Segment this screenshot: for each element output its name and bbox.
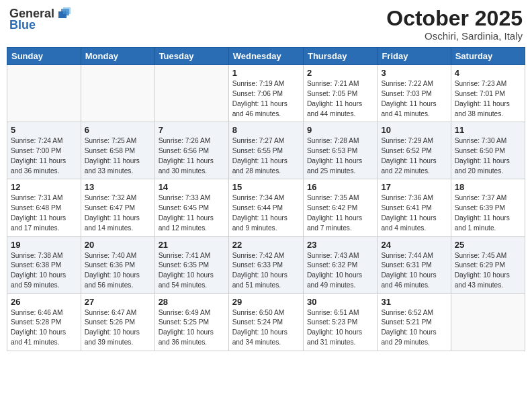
calendar-cell: 1Sunrise: 7:19 AM Sunset: 7:06 PM Daylig…	[228, 65, 303, 122]
day-info: Sunrise: 7:32 AM Sunset: 6:47 PM Dayligh…	[85, 193, 151, 233]
day-number: 17	[381, 182, 447, 192]
calendar-cell: 19Sunrise: 7:38 AM Sunset: 6:38 PM Dayli…	[7, 236, 81, 293]
title-block: October 2025 Oschiri, Sardinia, Italy	[386, 7, 523, 42]
calendar-cell	[7, 65, 81, 122]
month-year-title: October 2025	[386, 7, 523, 30]
day-number: 22	[232, 240, 300, 250]
day-number: 26	[11, 297, 77, 307]
day-number: 4	[455, 68, 521, 78]
logo-icon	[56, 6, 71, 21]
day-number: 10	[381, 125, 447, 135]
calendar-cell: 20Sunrise: 7:40 AM Sunset: 6:36 PM Dayli…	[81, 236, 154, 293]
calendar-cell	[154, 65, 228, 122]
day-number: 7	[159, 125, 225, 135]
week-row-1: 1Sunrise: 7:19 AM Sunset: 7:06 PM Daylig…	[7, 65, 525, 122]
calendar-cell	[451, 293, 525, 351]
day-info: Sunrise: 6:47 AM Sunset: 5:26 PM Dayligh…	[85, 308, 151, 348]
day-info: Sunrise: 6:52 AM Sunset: 5:21 PM Dayligh…	[381, 308, 447, 348]
day-number: 19	[11, 240, 77, 250]
day-info: Sunrise: 7:29 AM Sunset: 6:52 PM Dayligh…	[381, 136, 447, 176]
calendar-cell: 28Sunrise: 6:49 AM Sunset: 5:25 PM Dayli…	[154, 293, 228, 351]
day-info: Sunrise: 7:24 AM Sunset: 7:00 PM Dayligh…	[11, 136, 77, 176]
day-info: Sunrise: 7:38 AM Sunset: 6:38 PM Dayligh…	[11, 251, 77, 291]
day-info: Sunrise: 7:26 AM Sunset: 6:56 PM Dayligh…	[159, 136, 225, 176]
day-number: 24	[381, 240, 447, 250]
logo: General Blue	[9, 7, 71, 32]
weekday-header-wednesday: Wednesday	[228, 48, 303, 65]
weekday-header-sunday: Sunday	[7, 48, 81, 65]
weekday-header-monday: Monday	[81, 48, 154, 65]
day-number: 1	[232, 68, 300, 78]
day-info: Sunrise: 7:21 AM Sunset: 7:05 PM Dayligh…	[307, 79, 373, 119]
calendar-cell: 10Sunrise: 7:29 AM Sunset: 6:52 PM Dayli…	[378, 122, 451, 179]
day-number: 23	[307, 240, 373, 250]
calendar-cell: 11Sunrise: 7:30 AM Sunset: 6:50 PM Dayli…	[451, 122, 525, 179]
calendar-cell: 30Sunrise: 6:51 AM Sunset: 5:23 PM Dayli…	[303, 293, 377, 351]
day-number: 31	[381, 297, 447, 307]
calendar-cell: 9Sunrise: 7:28 AM Sunset: 6:53 PM Daylig…	[303, 122, 377, 179]
day-info: Sunrise: 7:35 AM Sunset: 6:42 PM Dayligh…	[307, 193, 373, 233]
day-number: 5	[11, 125, 77, 135]
calendar-table: SundayMondayTuesdayWednesdayThursdayFrid…	[7, 47, 525, 351]
day-info: Sunrise: 7:40 AM Sunset: 6:36 PM Dayligh…	[85, 251, 151, 291]
calendar-cell: 3Sunrise: 7:22 AM Sunset: 7:03 PM Daylig…	[378, 65, 451, 122]
calendar-cell: 17Sunrise: 7:36 AM Sunset: 6:41 PM Dayli…	[378, 179, 451, 236]
day-number: 16	[307, 182, 373, 192]
calendar-cell: 14Sunrise: 7:33 AM Sunset: 6:45 PM Dayli…	[154, 179, 228, 236]
day-info: Sunrise: 7:30 AM Sunset: 6:50 PM Dayligh…	[455, 136, 521, 176]
location-subtitle: Oschiri, Sardinia, Italy	[386, 30, 523, 42]
calendar-cell: 29Sunrise: 6:50 AM Sunset: 5:24 PM Dayli…	[228, 293, 303, 351]
calendar-cell: 5Sunrise: 7:24 AM Sunset: 7:00 PM Daylig…	[7, 122, 81, 179]
calendar-cell: 22Sunrise: 7:42 AM Sunset: 6:33 PM Dayli…	[228, 236, 303, 293]
svg-marker-2	[63, 7, 71, 14]
day-number: 2	[307, 68, 373, 78]
calendar-cell	[81, 65, 154, 122]
day-number: 11	[455, 125, 521, 135]
day-number: 13	[85, 182, 151, 192]
calendar-cell: 16Sunrise: 7:35 AM Sunset: 6:42 PM Dayli…	[303, 179, 377, 236]
calendar-cell: 13Sunrise: 7:32 AM Sunset: 6:47 PM Dayli…	[81, 179, 154, 236]
day-number: 8	[232, 125, 300, 135]
day-info: Sunrise: 7:43 AM Sunset: 6:32 PM Dayligh…	[307, 251, 373, 291]
weekday-header-saturday: Saturday	[451, 48, 525, 65]
day-info: Sunrise: 7:27 AM Sunset: 6:55 PM Dayligh…	[232, 136, 300, 176]
day-number: 29	[232, 297, 300, 307]
day-info: Sunrise: 7:19 AM Sunset: 7:06 PM Dayligh…	[232, 79, 300, 119]
calendar-cell: 18Sunrise: 7:37 AM Sunset: 6:39 PM Dayli…	[451, 179, 525, 236]
day-number: 9	[307, 125, 373, 135]
day-info: Sunrise: 7:37 AM Sunset: 6:39 PM Dayligh…	[455, 193, 521, 233]
day-info: Sunrise: 7:28 AM Sunset: 6:53 PM Dayligh…	[307, 136, 373, 176]
week-row-2: 5Sunrise: 7:24 AM Sunset: 7:00 PM Daylig…	[7, 122, 525, 179]
day-info: Sunrise: 7:44 AM Sunset: 6:31 PM Dayligh…	[381, 251, 447, 291]
calendar-cell: 8Sunrise: 7:27 AM Sunset: 6:55 PM Daylig…	[228, 122, 303, 179]
calendar-cell: 25Sunrise: 7:45 AM Sunset: 6:29 PM Dayli…	[451, 236, 525, 293]
day-number: 6	[85, 125, 151, 135]
day-number: 3	[381, 68, 447, 78]
week-row-3: 12Sunrise: 7:31 AM Sunset: 6:48 PM Dayli…	[7, 179, 525, 236]
calendar-cell: 31Sunrise: 6:52 AM Sunset: 5:21 PM Dayli…	[378, 293, 451, 351]
day-info: Sunrise: 6:51 AM Sunset: 5:23 PM Dayligh…	[307, 308, 373, 348]
calendar-cell: 27Sunrise: 6:47 AM Sunset: 5:26 PM Dayli…	[81, 293, 154, 351]
week-row-4: 19Sunrise: 7:38 AM Sunset: 6:38 PM Dayli…	[7, 236, 525, 293]
day-info: Sunrise: 7:22 AM Sunset: 7:03 PM Dayligh…	[381, 79, 447, 119]
day-info: Sunrise: 7:45 AM Sunset: 6:29 PM Dayligh…	[455, 251, 521, 291]
day-info: Sunrise: 6:49 AM Sunset: 5:25 PM Dayligh…	[159, 308, 225, 348]
day-info: Sunrise: 7:34 AM Sunset: 6:44 PM Dayligh…	[232, 193, 300, 233]
calendar-cell: 24Sunrise: 7:44 AM Sunset: 6:31 PM Dayli…	[378, 236, 451, 293]
day-info: Sunrise: 6:50 AM Sunset: 5:24 PM Dayligh…	[232, 308, 300, 348]
day-number: 14	[159, 182, 225, 192]
day-number: 30	[307, 297, 373, 307]
days-of-week-row: SundayMondayTuesdayWednesdayThursdayFrid…	[7, 48, 525, 65]
day-info: Sunrise: 7:42 AM Sunset: 6:33 PM Dayligh…	[232, 251, 300, 291]
day-info: Sunrise: 7:36 AM Sunset: 6:41 PM Dayligh…	[381, 193, 447, 233]
day-number: 21	[159, 240, 225, 250]
day-info: Sunrise: 6:46 AM Sunset: 5:28 PM Dayligh…	[11, 308, 77, 348]
calendar-cell: 4Sunrise: 7:23 AM Sunset: 7:01 PM Daylig…	[451, 65, 525, 122]
calendar-cell: 21Sunrise: 7:41 AM Sunset: 6:35 PM Dayli…	[154, 236, 228, 293]
calendar-cell: 15Sunrise: 7:34 AM Sunset: 6:44 PM Dayli…	[228, 179, 303, 236]
week-row-5: 26Sunrise: 6:46 AM Sunset: 5:28 PM Dayli…	[7, 293, 525, 351]
day-info: Sunrise: 7:25 AM Sunset: 6:58 PM Dayligh…	[85, 136, 151, 176]
weekday-header-tuesday: Tuesday	[154, 48, 228, 65]
day-number: 25	[455, 240, 521, 250]
calendar-cell: 6Sunrise: 7:25 AM Sunset: 6:58 PM Daylig…	[81, 122, 154, 179]
